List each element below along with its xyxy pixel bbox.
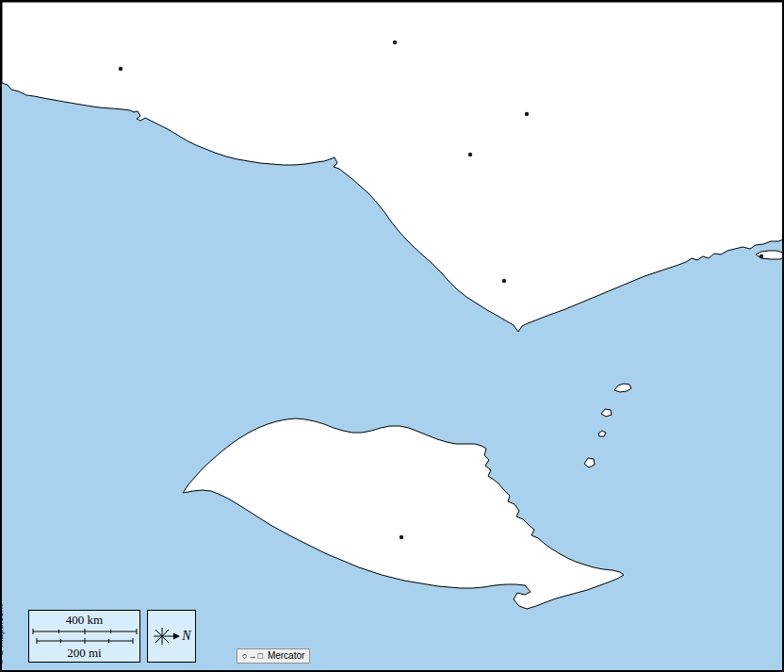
city-dot xyxy=(400,535,403,539)
city-dot xyxy=(502,279,506,283)
scale-km-label: 400 km xyxy=(66,614,103,626)
mi-scale-bar xyxy=(36,637,134,645)
credit-text: © d-maps.com xyxy=(0,604,5,665)
projection-label: Mercator xyxy=(268,649,304,663)
scale-mi-label: 200 mi xyxy=(67,647,101,659)
city-dot xyxy=(393,41,397,44)
map-svg xyxy=(2,2,784,672)
city-dot xyxy=(468,153,472,156)
compass-box: N xyxy=(147,610,196,663)
projection-chip: ○→□ Mercator xyxy=(237,648,310,664)
map-canvas: 400 km 200 mi N ○→□ M xyxy=(0,0,784,672)
city-dot xyxy=(525,112,529,116)
compass-star-icon xyxy=(152,624,181,648)
compass-north-label: N xyxy=(182,629,190,644)
km-scale-bar xyxy=(32,628,138,635)
projection-icon: ○→□ xyxy=(242,649,264,663)
city-dot xyxy=(760,254,763,258)
scale-box: 400 km 200 mi xyxy=(28,610,140,663)
city-dot xyxy=(119,67,122,71)
